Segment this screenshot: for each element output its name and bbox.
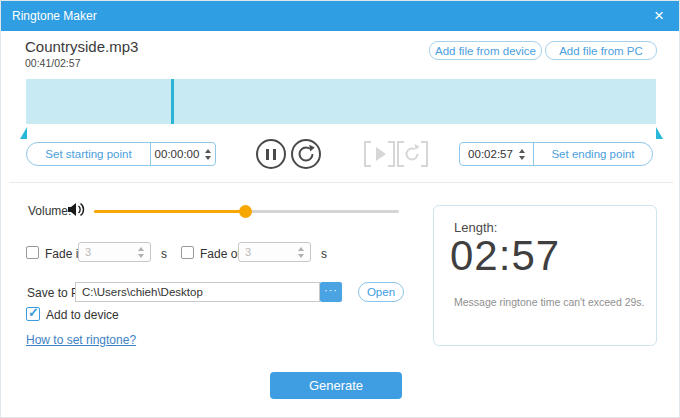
title-bar: Ringtone Maker × xyxy=(1,1,679,31)
volume-thumb[interactable] xyxy=(239,205,252,218)
start-time-spinner xyxy=(205,149,211,160)
replay-icon xyxy=(296,144,316,164)
spin-up-icon[interactable] xyxy=(205,149,211,153)
speaker-icon xyxy=(68,201,88,222)
fade-out-value: 3 xyxy=(245,246,251,258)
end-marker-handle[interactable] xyxy=(656,127,663,139)
pause-icon xyxy=(273,149,276,160)
spin-up-icon[interactable] xyxy=(298,247,304,251)
browse-button[interactable]: ··· xyxy=(320,282,342,302)
set-starting-point-button[interactable]: Set starting point xyxy=(27,143,150,165)
spin-down-icon[interactable] xyxy=(138,254,144,258)
end-point-control: 00:02:57 Set ending point xyxy=(459,142,653,166)
ringtone-maker-window: Ringtone Maker × Countryside.mp3 00:41/0… xyxy=(0,0,680,418)
disabled-preview-controls xyxy=(363,141,429,167)
length-panel: Length: 02:57 Message ringtone time can'… xyxy=(433,205,657,346)
spin-down-icon[interactable] xyxy=(298,254,304,258)
save-path-input[interactable]: C:\Users\chieh\Desktop xyxy=(75,282,320,302)
fade-in-unit: s xyxy=(161,247,167,261)
start-marker-handle[interactable] xyxy=(20,127,27,139)
end-time-spinner xyxy=(519,149,525,160)
fade-in-spinner xyxy=(138,247,144,258)
add-to-device-label: Add to device xyxy=(46,308,119,322)
replay-button[interactable] xyxy=(291,139,321,169)
length-value: 02:57 xyxy=(450,232,560,280)
spin-up-icon[interactable] xyxy=(519,149,525,153)
spin-up-icon[interactable] xyxy=(138,247,144,251)
how-to-set-ringtone-link[interactable]: How to set ringtone? xyxy=(26,333,136,347)
fade-out-seconds-field[interactable]: 3 xyxy=(238,242,311,262)
add-file-from-device-button[interactable]: Add file from device xyxy=(429,41,542,60)
playhead-line[interactable] xyxy=(171,79,174,124)
pause-button[interactable] xyxy=(256,139,286,169)
end-time-value: 00:02:57 xyxy=(468,148,513,160)
end-time-field[interactable]: 00:02:57 xyxy=(460,143,534,165)
file-name: Countryside.mp3 xyxy=(25,38,138,55)
fade-out-spinner xyxy=(298,247,304,258)
waveform-area[interactable] xyxy=(26,79,656,124)
generate-button[interactable]: Generate xyxy=(270,372,402,399)
pause-icon xyxy=(266,149,269,160)
fade-in-value: 3 xyxy=(85,246,91,258)
start-time-field[interactable]: 00:00:00 xyxy=(150,143,215,165)
volume-fill xyxy=(94,210,245,213)
close-icon[interactable]: × xyxy=(645,1,673,31)
start-point-control: Set starting point 00:00:00 xyxy=(26,142,216,166)
fade-out-unit: s xyxy=(321,247,327,261)
section-divider xyxy=(9,182,673,183)
open-button[interactable]: Open xyxy=(358,282,404,302)
add-to-device-checkbox[interactable]: ✓ xyxy=(26,307,40,321)
fade-in-seconds-field[interactable]: 3 xyxy=(78,242,151,262)
window-title: Ringtone Maker xyxy=(12,1,97,31)
spin-down-icon[interactable] xyxy=(205,156,211,160)
volume-slider[interactable] xyxy=(94,204,399,218)
spin-down-icon[interactable] xyxy=(519,156,525,160)
fade-out-checkbox[interactable] xyxy=(181,246,194,259)
start-time-value: 00:00:00 xyxy=(155,148,200,160)
length-note: Message ringtone time can't exceed 29s. xyxy=(454,296,645,308)
fade-in-checkbox[interactable] xyxy=(26,246,39,259)
add-file-from-pc-button[interactable]: Add file from PC xyxy=(545,41,657,60)
volume-label: Volume: xyxy=(28,204,71,218)
file-duration: 00:41/02:57 xyxy=(25,57,80,69)
set-ending-point-button[interactable]: Set ending point xyxy=(534,143,652,165)
checkmark-icon: ✓ xyxy=(28,305,39,320)
disabled-play-replay-icon xyxy=(363,141,429,167)
